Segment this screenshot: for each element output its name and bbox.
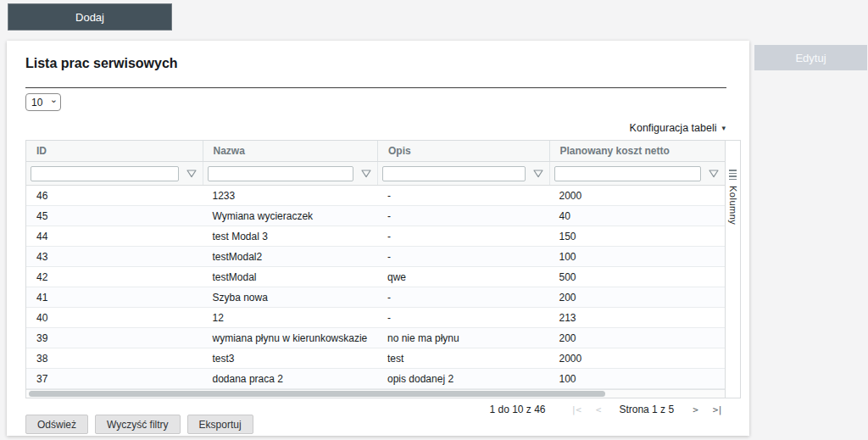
horizontal-scrollbar-thumb[interactable] bbox=[29, 391, 605, 397]
cell-koszt: 200 bbox=[549, 328, 726, 348]
table-row[interactable]: 39wymiana płynu w kierunkowskazieno nie … bbox=[26, 328, 725, 348]
clear-filters-button[interactable]: Wyczyść filtry bbox=[95, 415, 181, 434]
cell-opis: - bbox=[377, 308, 549, 327]
filter-funnel-icon[interactable] bbox=[709, 170, 719, 178]
cell-koszt: 500 bbox=[549, 267, 726, 287]
table-row[interactable]: 42testModalqwe500 bbox=[26, 267, 725, 287]
column-header-koszt[interactable]: Planowany koszt netto bbox=[549, 141, 726, 161]
column-header-opis[interactable]: Opis bbox=[377, 141, 549, 161]
table-row[interactable]: 43testModal2-100 bbox=[26, 247, 725, 267]
cell-opis: - bbox=[377, 186, 549, 205]
filter-input-id[interactable] bbox=[31, 166, 179, 181]
table-row[interactable]: 41Szyba nowa-200 bbox=[26, 287, 725, 308]
filter-funnel-icon[interactable] bbox=[533, 170, 543, 178]
filter-cell-id bbox=[26, 162, 203, 185]
cell-nazwa: dodana praca 2 bbox=[203, 369, 378, 388]
cell-id: 38 bbox=[26, 348, 203, 368]
table-filter-row bbox=[26, 162, 725, 186]
table-row[interactable]: 45Wymiana wycieraczek-40 bbox=[26, 206, 725, 226]
pagination: 1 do 10 z 46 |< < Strona 1 z 5 > >| bbox=[489, 403, 726, 416]
table-row[interactable]: 4012-213 bbox=[26, 308, 725, 328]
filter-cell-nazwa bbox=[203, 162, 378, 185]
filter-cell-opis bbox=[377, 162, 549, 185]
prev-page-button[interactable]: < bbox=[593, 404, 604, 415]
filter-input-koszt[interactable] bbox=[554, 166, 702, 181]
cell-id: 44 bbox=[26, 226, 203, 246]
cell-id: 37 bbox=[26, 369, 203, 388]
columns-panel-tab[interactable]: Kolumny bbox=[725, 140, 741, 398]
filter-input-nazwa[interactable] bbox=[208, 166, 354, 181]
cell-id: 40 bbox=[26, 308, 203, 327]
cell-id: 41 bbox=[26, 287, 203, 307]
cell-opis: - bbox=[377, 287, 549, 307]
footer-buttons: OdświeżWyczyść filtryEksportuj bbox=[25, 415, 253, 434]
cell-koszt: 100 bbox=[549, 369, 726, 388]
table-header-row: IDNazwaOpisPlanowany koszt netto bbox=[26, 141, 725, 162]
edit-button[interactable]: Edytuj bbox=[754, 45, 867, 70]
cell-koszt: 2000 bbox=[549, 348, 726, 368]
page-size-select-wrap: 10 ⌄ bbox=[25, 93, 61, 111]
cell-id: 45 bbox=[26, 206, 203, 226]
table-body: 461233-200045Wymiana wycieraczek-4044tes… bbox=[26, 186, 725, 389]
data-table: IDNazwaOpisPlanowany koszt netto 461233-… bbox=[25, 140, 742, 398]
table-row[interactable]: 37dodana praca 2opis dodanej 2100 bbox=[26, 369, 725, 389]
caret-down-icon: ▾ bbox=[721, 124, 726, 132]
cell-id: 46 bbox=[26, 186, 203, 205]
cell-opis: test bbox=[377, 348, 549, 368]
cell-opis: - bbox=[377, 226, 549, 246]
add-button[interactable]: Dodaj bbox=[8, 3, 172, 31]
cell-koszt: 40 bbox=[549, 206, 726, 226]
cell-koszt: 200 bbox=[549, 287, 726, 307]
cell-nazwa: test Modal 3 bbox=[203, 226, 378, 246]
cell-koszt: 150 bbox=[549, 226, 726, 246]
filter-input-opis[interactable] bbox=[382, 166, 526, 181]
cell-nazwa: Szyba nowa bbox=[203, 287, 378, 307]
title-divider bbox=[25, 87, 726, 88]
cell-nazwa: Wymiana wycieraczek bbox=[203, 206, 378, 226]
columns-icon bbox=[729, 170, 737, 180]
table-config-label: Konfiguracja tabeli bbox=[630, 122, 717, 134]
filter-cell-koszt bbox=[549, 162, 726, 185]
table-row[interactable]: 44test Modal 3-150 bbox=[26, 226, 725, 247]
filter-funnel-icon[interactable] bbox=[186, 170, 197, 178]
first-page-button[interactable]: |< bbox=[568, 404, 584, 415]
cell-id: 42 bbox=[26, 267, 203, 287]
cell-id: 43 bbox=[26, 247, 203, 266]
grid: IDNazwaOpisPlanowany koszt netto 461233-… bbox=[25, 140, 726, 398]
cell-opis: qwe bbox=[377, 267, 549, 287]
cell-nazwa: testModal bbox=[203, 267, 378, 287]
export-button[interactable]: Eksportuj bbox=[187, 415, 253, 434]
cell-opis: opis dodanej 2 bbox=[377, 369, 549, 388]
cell-nazwa: 1233 bbox=[203, 186, 378, 205]
page-size-select[interactable]: 10 bbox=[25, 93, 61, 111]
filter-funnel-icon[interactable] bbox=[361, 170, 371, 178]
last-page-button[interactable]: >| bbox=[709, 404, 726, 415]
cell-nazwa: test3 bbox=[203, 348, 378, 368]
refresh-button[interactable]: Odśwież bbox=[25, 415, 88, 434]
cell-opis: - bbox=[377, 206, 549, 226]
cell-id: 39 bbox=[26, 328, 203, 348]
service-works-card: Lista prac serwisowych 10 ⌄ Konfiguracja… bbox=[7, 41, 749, 436]
column-header-nazwa[interactable]: Nazwa bbox=[203, 141, 378, 161]
cell-nazwa: 12 bbox=[203, 308, 378, 327]
table-config-dropdown[interactable]: Konfiguracja tabeli ▾ bbox=[630, 122, 726, 134]
cell-koszt: 213 bbox=[549, 308, 726, 327]
pagination-page-label: Strona 1 z 5 bbox=[619, 404, 674, 415]
pagination-summary: 1 do 10 z 46 bbox=[489, 404, 545, 415]
table-row[interactable]: 38test3test2000 bbox=[26, 348, 725, 369]
table-row[interactable]: 461233-2000 bbox=[26, 186, 725, 206]
cell-koszt: 100 bbox=[549, 247, 726, 266]
columns-panel-label: Kolumny bbox=[728, 186, 738, 225]
cell-koszt: 2000 bbox=[549, 186, 726, 205]
horizontal-scrollbar[interactable] bbox=[26, 389, 725, 398]
cell-opis: no nie ma płynu bbox=[377, 328, 549, 348]
cell-opis: - bbox=[377, 247, 549, 266]
column-header-id[interactable]: ID bbox=[26, 141, 203, 161]
next-page-button[interactable]: > bbox=[689, 404, 701, 415]
page-title: Lista prac serwisowych bbox=[25, 56, 178, 71]
cell-nazwa: wymiana płynu w kierunkowskazie bbox=[203, 328, 378, 348]
cell-nazwa: testModal2 bbox=[203, 247, 378, 266]
